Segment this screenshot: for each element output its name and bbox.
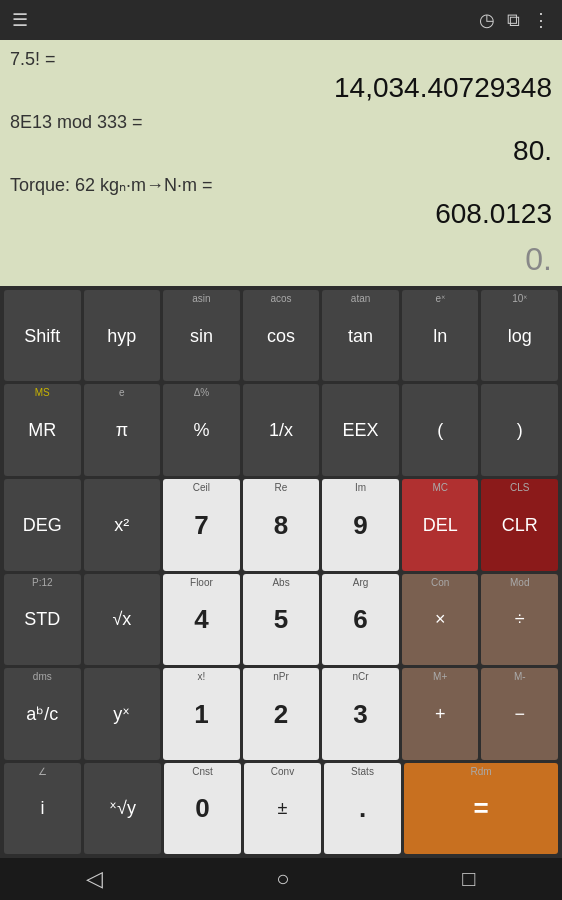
key-main-label-hyp: hyp xyxy=(107,327,136,345)
keyboard-row-row4: dmsaᵇ/cyˣx!1nPr2nCr3M++M-− xyxy=(4,668,558,760)
key-n9[interactable]: Im9 xyxy=(322,479,399,571)
key-hyp[interactable]: hyp xyxy=(84,290,161,382)
key-top-label-dot: Stats xyxy=(351,766,374,777)
key-top-label-n6: Arg xyxy=(353,577,369,588)
history-area: 7.5! = 14,034.40729348 8E13 mod 333 = 80… xyxy=(10,48,552,235)
key-top-label-pct: Δ% xyxy=(194,387,210,398)
key-top-label-n5: Abs xyxy=(272,577,289,588)
key-ln[interactable]: eˣln xyxy=(402,290,479,382)
key-main-label-n5: 5 xyxy=(274,606,288,632)
key-dot[interactable]: Stats. xyxy=(324,763,401,855)
key-main-label-mul: × xyxy=(435,610,446,628)
key-equals[interactable]: Rdm= xyxy=(404,763,558,855)
key-eex[interactable]: EEX xyxy=(322,384,399,476)
key-yx[interactable]: yˣ xyxy=(84,668,161,760)
key-n2[interactable]: nPr2 xyxy=(243,668,320,760)
key-top-label-sin: asin xyxy=(192,293,210,304)
key-main-label-yx: yˣ xyxy=(113,705,130,723)
key-xsq[interactable]: x² xyxy=(84,479,161,571)
key-top-label-cos: acos xyxy=(270,293,291,304)
key-top-label-n1: x! xyxy=(198,671,206,682)
key-main-label-n9: 9 xyxy=(353,512,367,538)
key-top-label-mr: MS xyxy=(35,387,50,398)
key-top-label-plusminus: Conv xyxy=(271,766,294,777)
key-n5[interactable]: Abs5 xyxy=(243,574,320,666)
key-shift[interactable]: Shift xyxy=(4,290,81,382)
key-add[interactable]: M++ xyxy=(402,668,479,760)
key-angle[interactable]: ∠i xyxy=(4,763,81,855)
key-cos[interactable]: acoscos xyxy=(243,290,320,382)
history-item-2: 8E13 mod 333 = 80. xyxy=(10,111,552,168)
key-deg[interactable]: DEG xyxy=(4,479,81,571)
key-xrty[interactable]: ˣ√y xyxy=(84,763,161,855)
key-top-label-n8: Re xyxy=(275,482,288,493)
keyboard-row-row0: Shifthypasinsinacoscosatantaneˣln10ˣlog xyxy=(4,290,558,382)
key-log[interactable]: 10ˣlog xyxy=(481,290,558,382)
key-n6[interactable]: Arg6 xyxy=(322,574,399,666)
key-main-label-n8: 8 xyxy=(274,512,288,538)
key-main-label-oparen: ( xyxy=(437,421,443,439)
key-main-label-dot: . xyxy=(359,795,366,821)
key-clr[interactable]: CLSCLR xyxy=(481,479,558,571)
key-n0[interactable]: Cnst0 xyxy=(164,763,241,855)
key-sub[interactable]: M-− xyxy=(481,668,558,760)
key-n8[interactable]: Re8 xyxy=(243,479,320,571)
key-oparen[interactable]: ( xyxy=(402,384,479,476)
square-icon[interactable]: □ xyxy=(462,866,475,892)
key-inv[interactable]: 1/x xyxy=(243,384,320,476)
key-del[interactable]: MCDEL xyxy=(402,479,479,571)
more-icon[interactable]: ⋮ xyxy=(532,9,550,31)
history-result-1: 14,034.40729348 xyxy=(10,71,552,105)
key-n3[interactable]: nCr3 xyxy=(322,668,399,760)
key-top-label-clr: CLS xyxy=(510,482,529,493)
history-item-1: 7.5! = 14,034.40729348 xyxy=(10,48,552,105)
key-main-label-div: ÷ xyxy=(515,610,525,628)
key-pi[interactable]: eπ xyxy=(84,384,161,476)
key-top-label-log: 10ˣ xyxy=(512,293,527,304)
key-main-label-tan: tan xyxy=(348,327,373,345)
key-sqrt[interactable]: √x xyxy=(84,574,161,666)
key-main-label-log: log xyxy=(508,327,532,345)
status-bar-right: ◷ ⧉ ⋮ xyxy=(479,9,550,31)
key-main-label-mr: MR xyxy=(28,421,56,439)
key-top-label-n3: nCr xyxy=(353,671,369,682)
key-std[interactable]: P:12STD xyxy=(4,574,81,666)
key-top-label-ln: eˣ xyxy=(435,293,445,304)
menu-icon[interactable]: ☰ xyxy=(12,9,28,31)
key-top-label-div: Mod xyxy=(510,577,529,588)
home-icon[interactable]: ○ xyxy=(276,866,289,892)
clock-icon[interactable]: ◷ xyxy=(479,9,495,31)
status-bar-left: ☰ xyxy=(12,9,28,31)
back-icon[interactable]: ◁ xyxy=(86,866,103,892)
key-n1[interactable]: x!1 xyxy=(163,668,240,760)
key-tan[interactable]: atantan xyxy=(322,290,399,382)
key-main-label-xsq: x² xyxy=(114,516,129,534)
history-item-3: Torque: 62 kgₙ·m→N·m = 608.0123 xyxy=(10,174,552,231)
layers-icon[interactable]: ⧉ xyxy=(507,10,520,31)
key-main-label-clr: CLR xyxy=(502,516,538,534)
keyboard-row-row1: MSMReπΔ%%1/xEEX() xyxy=(4,384,558,476)
key-cparen[interactable]: ) xyxy=(481,384,558,476)
key-pct[interactable]: Δ%% xyxy=(163,384,240,476)
key-mr[interactable]: MSMR xyxy=(4,384,81,476)
key-main-label-ln: ln xyxy=(433,327,447,345)
history-result-2: 80. xyxy=(10,134,552,168)
key-main-label-n4: 4 xyxy=(194,606,208,632)
key-main-label-n0: 0 xyxy=(195,795,209,821)
key-main-label-n1: 1 xyxy=(194,701,208,727)
key-top-label-n7: Ceil xyxy=(193,482,210,493)
key-main-label-cos: cos xyxy=(267,327,295,345)
key-div[interactable]: Mod÷ xyxy=(481,574,558,666)
key-plusminus[interactable]: Conv± xyxy=(244,763,321,855)
key-main-label-cparen: ) xyxy=(517,421,523,439)
key-top-label-n4: Floor xyxy=(190,577,213,588)
key-top-label-std: P:12 xyxy=(32,577,53,588)
key-abc[interactable]: dmsaᵇ/c xyxy=(4,668,81,760)
key-top-label-tan: atan xyxy=(351,293,370,304)
key-n7[interactable]: Ceil7 xyxy=(163,479,240,571)
key-n4[interactable]: Floor4 xyxy=(163,574,240,666)
key-top-label-n2: nPr xyxy=(273,671,289,682)
keyboard-row-row5: ∠iˣ√yCnst0Conv±Stats.Rdm= xyxy=(4,763,558,855)
key-sin[interactable]: asinsin xyxy=(163,290,240,382)
key-mul[interactable]: Con× xyxy=(402,574,479,666)
